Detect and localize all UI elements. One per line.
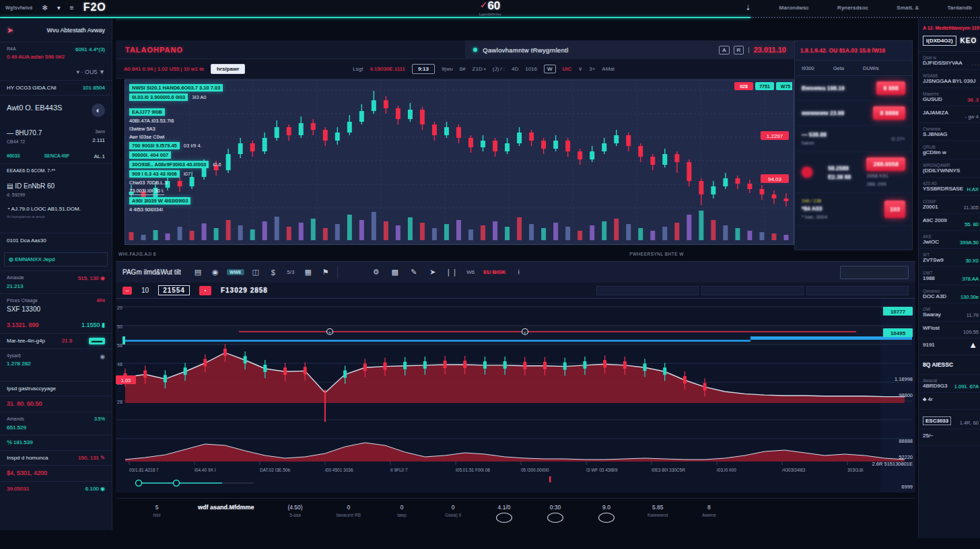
sidebar-row-17[interactable]: 31. 80. 60.50 bbox=[0, 396, 112, 412]
pencil-icon[interactable]: ✎ bbox=[408, 266, 420, 279]
legend-text: Awr I03se C0wt bbox=[129, 134, 164, 140]
sidebar-row-20[interactable]: Inspd d homunca150, 131 ✎ bbox=[0, 450, 112, 466]
gear-icon[interactable]: ⚙ bbox=[370, 266, 382, 279]
sidebar-row-13[interactable]: 3.1321. 8991.1550 ▮ bbox=[0, 318, 112, 333]
pattern-icon[interactable]: ▩ bbox=[389, 266, 401, 279]
sidebar-row-12[interactable]: Prices ChaageSXF 133004R4 bbox=[0, 293, 112, 318]
sidebar-row-11[interactable]: Amasde21.213515, 130 ◉ bbox=[0, 270, 112, 293]
watchlist-row-16[interactable]: 9191▲ bbox=[919, 338, 980, 355]
order-action-button[interactable]: 103 bbox=[884, 200, 905, 218]
watchlist-row-value: 8Q AIESSC bbox=[923, 359, 976, 371]
mode-a-button[interactable]: A bbox=[719, 46, 729, 54]
watchlist-row-10[interactable]: AKEJwIOC399A.50 bbox=[919, 231, 980, 249]
sidebar-row-7[interactable]: ▤ ID EnNbR 60d. 59299 bbox=[0, 178, 112, 202]
watchlist-row-13[interactable]: QwoewoDOC A3D130.30e bbox=[919, 285, 980, 303]
mini-body bbox=[523, 362, 526, 369]
sidebar-row-19[interactable]: ⅍ 181.539 bbox=[0, 435, 112, 450]
order-action-button[interactable]: 8 888 bbox=[876, 81, 905, 95]
watchlist-row-value: S.JBNIAG bbox=[923, 131, 976, 137]
header-control-2[interactable]: 9:13 bbox=[412, 64, 435, 74]
dollar-icon[interactable]: $ bbox=[267, 266, 279, 279]
watchlist-row-12[interactable]: UWT1988378.AA bbox=[919, 267, 980, 285]
pause-icon[interactable]: ❘❘ bbox=[446, 266, 458, 279]
flag-icon[interactable]: ⚑ bbox=[320, 266, 332, 279]
watchlist-row-0[interactable]: Qsal wDJFIDSSIIYVAA. . . bbox=[919, 52, 980, 70]
indicator-id-box[interactable]: 21554 bbox=[158, 285, 190, 295]
symbol-label[interactable]: TALAOHPANO bbox=[125, 46, 183, 54]
order-action-button[interactable]: 8 8888 bbox=[873, 106, 905, 120]
watchlist-row-4[interactable]: CwnwwaS.JBNIAG bbox=[919, 123, 980, 141]
oval-icon[interactable] bbox=[547, 513, 563, 523]
mode-r-button[interactable]: R bbox=[734, 46, 744, 54]
watchlist-row-15[interactable]: WFlost109.55 bbox=[919, 322, 980, 338]
watchlist-go-button[interactable]: KEO bbox=[960, 37, 977, 44]
sidebar-row-14[interactable]: Mar-tee-4in-g4p21.5▬▬ bbox=[0, 333, 112, 349]
watchlist-search-input[interactable]: I(DXD4O2) bbox=[923, 36, 956, 46]
sidebar-row-16[interactable]: Ipsd gastrusccyyage bbox=[0, 381, 112, 396]
sidebar-row-9[interactable]: 0101 Dca Aas30 bbox=[0, 233, 112, 248]
nav-item-2[interactable]: SmatL & bbox=[897, 5, 919, 11]
nav-item-3[interactable]: Tardandb bbox=[947, 5, 972, 11]
wwe-badge[interactable]: WWE bbox=[227, 269, 244, 275]
target-icon[interactable]: ◉ bbox=[209, 266, 221, 279]
clipboard-icon[interactable]: ▤ bbox=[192, 266, 204, 279]
apps-icon[interactable]: ✻ bbox=[42, 4, 47, 11]
watchlist-row-19[interactable]: ♣ 4r bbox=[919, 393, 980, 410]
eu-bigk-label[interactable]: EU BIGK bbox=[483, 266, 505, 279]
nav-item-0[interactable]: Marondwsc bbox=[779, 5, 809, 11]
order-action-button[interactable]: 288.6558 bbox=[866, 157, 905, 171]
sidebar-row-4[interactable]: — 8HU70.7CB44 723wm2.111 bbox=[0, 125, 112, 149]
candle-body bbox=[444, 127, 449, 135]
watchlist-row-1[interactable]: WSA66JJSNGGAA BYL 039J bbox=[919, 70, 980, 88]
watchlist-row-5[interactable]: QRUBgCDIim w bbox=[919, 141, 980, 159]
antenna-icon[interactable]: ⟊ bbox=[513, 266, 525, 279]
menu-icon[interactable]: ≡ bbox=[70, 4, 74, 11]
watchlist-row-2[interactable]: MawrrreGUSUD36..3 bbox=[919, 88, 980, 106]
grid-icon[interactable]: ▦ bbox=[302, 266, 314, 279]
volume-bar bbox=[650, 231, 655, 240]
sidebar-row-10[interactable]: ◍ EMNANXX Jepd bbox=[4, 252, 108, 267]
candle-body bbox=[529, 133, 534, 141]
sidebar-row-21[interactable]: $4, 5301, 4200 bbox=[0, 465, 112, 481]
camera-icon[interactable]: ◫ bbox=[250, 266, 262, 279]
watchlist-row-14[interactable]: OWSwaray11.79 bbox=[919, 303, 980, 322]
sidebar-row-15[interactable]: 4ysar61.278 282◉ bbox=[0, 349, 112, 371]
sidebar-row-1[interactable]: ▾ · OU5 ▼ bbox=[0, 65, 112, 80]
oval-icon[interactable] bbox=[598, 513, 615, 523]
text-cell: 3.1321. 899 bbox=[7, 322, 39, 329]
watchlist-row-9[interactable]: A9C 200955. 80 bbox=[919, 214, 980, 231]
sidebar-row-18[interactable]: Amands651.5293.5% bbox=[0, 412, 112, 435]
ratio-label[interactable]: 5/3 bbox=[285, 266, 297, 279]
row-right: 515, 130 ◉ bbox=[78, 275, 105, 282]
indicator-red-box[interactable]: ▪ bbox=[199, 286, 211, 295]
sidebar-row-3[interactable]: Awt0 O. EB443S◐ bbox=[0, 95, 112, 125]
watchlist-row-6[interactable]: WRGNQAWR(DDILYWNNYS bbox=[919, 159, 980, 178]
sidebar-row-5[interactable]: #6033SENCA 46FAL.1 bbox=[0, 149, 112, 164]
candle-body bbox=[662, 154, 667, 165]
watchlist-row-18[interactable]: Awaoal4BRD9G31.091. 67A bbox=[919, 375, 980, 393]
sidebar-row-8[interactable]: ◔ AJ.79.0 LOOC AB1.51.DOM.At hompamot w … bbox=[0, 202, 112, 223]
sidebar-row-22[interactable]: 39.050316.100 ◉ bbox=[0, 481, 112, 497]
timeframe-button[interactable]: hrs/pawr bbox=[211, 64, 245, 74]
w6-label[interactable]: W6 bbox=[464, 266, 477, 279]
oval-icon[interactable] bbox=[496, 513, 512, 523]
toolbar-search-input[interactable] bbox=[840, 266, 909, 279]
nav-item-1[interactable]: Rynersdsoc bbox=[837, 5, 868, 11]
bottom-chart-panel[interactable]: 205058483828ec10777104951.18998988008888… bbox=[116, 299, 915, 492]
sidebar-row-2[interactable]: HY OCG3 GIDA.CNI101 8504 bbox=[0, 80, 112, 96]
download-icon[interactable]: ⇣ bbox=[745, 4, 750, 11]
watchlist-row-20[interactable]: ESC30331.4R. 60 bbox=[919, 410, 980, 429]
watchlist-row-21[interactable]: 25/~ bbox=[919, 429, 980, 446]
sidebar-row-6[interactable]: EEAAE6 D 6COM. 7-** bbox=[0, 163, 112, 178]
sidebar-row-0[interactable]: R#A0.49 AUA aslan 596 0#26091 4.4*(3) bbox=[0, 42, 112, 65]
watchlist-row-7[interactable]: 4Z0 A0YSSBRDRSASEH.AX bbox=[919, 178, 980, 196]
header-control-9[interactable]: W bbox=[544, 65, 556, 73]
watchlist-row-3[interactable]: JAJAMIZA- gw 4 bbox=[919, 106, 980, 123]
collapse-button[interactable]: – bbox=[123, 287, 132, 295]
watchlist-row-17[interactable]: 8Q AIESSC bbox=[919, 355, 980, 375]
watchlist-row-8[interactable]: COSIFZ000111.305 bbox=[919, 196, 980, 214]
chevron-down-icon[interactable]: ▾ bbox=[57, 4, 61, 11]
watchlist-row-11[interactable]: WTZVTSw930.X0 bbox=[919, 249, 980, 267]
main-chart-panel[interactable]: 1.229794.030287751W75 NWSI SI20.1 HAND6.… bbox=[125, 79, 794, 245]
send-icon[interactable]: ➤ bbox=[427, 266, 439, 279]
